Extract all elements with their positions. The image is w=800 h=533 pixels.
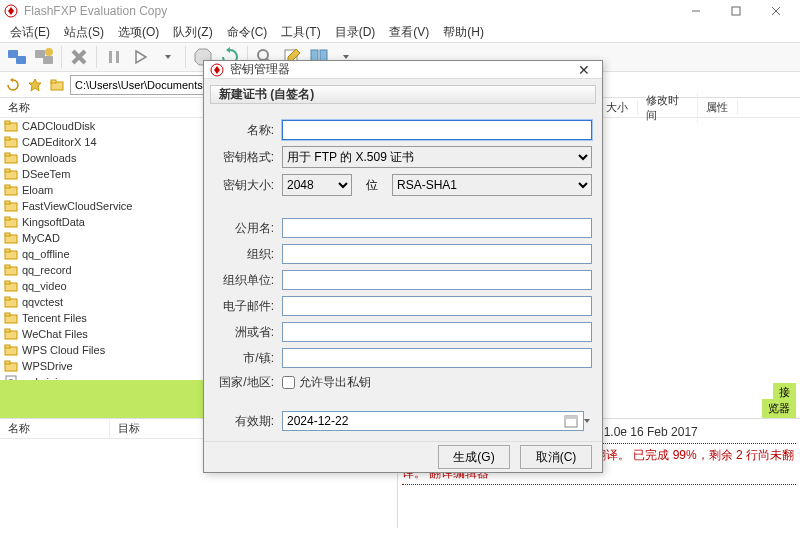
file-name: FastViewCloudService bbox=[22, 200, 132, 212]
menu-tools[interactable]: 工具(T) bbox=[275, 22, 326, 43]
file-name: WPS Cloud Files bbox=[22, 344, 105, 356]
svg-rect-24 bbox=[5, 137, 10, 140]
queue-col-name[interactable]: 名称 bbox=[0, 419, 110, 438]
label-state: 洲或省: bbox=[214, 324, 274, 341]
svg-rect-42 bbox=[5, 281, 10, 284]
svg-rect-38 bbox=[5, 249, 10, 252]
label-name: 名称: bbox=[214, 122, 274, 139]
favorite-icon[interactable] bbox=[26, 76, 44, 94]
allow-export-checkbox[interactable] bbox=[282, 376, 295, 389]
svg-rect-2 bbox=[732, 7, 740, 15]
menu-directory[interactable]: 目录(D) bbox=[329, 22, 382, 43]
file-name: CADCloudDisk bbox=[22, 120, 95, 132]
file-name: MyCAD bbox=[22, 232, 60, 244]
folder-icon bbox=[4, 135, 18, 149]
file-name: WeChat Files bbox=[22, 328, 88, 340]
disconnect-icon[interactable] bbox=[66, 44, 92, 70]
label-email: 电子邮件: bbox=[214, 298, 274, 315]
cancel-button[interactable]: 取消(C) bbox=[520, 445, 592, 469]
folder-icon bbox=[4, 119, 18, 133]
folder-icon bbox=[4, 343, 18, 357]
pause-icon[interactable] bbox=[101, 44, 127, 70]
file-name: KingsoftData bbox=[22, 216, 85, 228]
close-button[interactable] bbox=[756, 0, 796, 22]
file-name: qq_record bbox=[22, 264, 72, 276]
org-field[interactable] bbox=[282, 244, 592, 264]
dialog-icon bbox=[210, 63, 224, 77]
folder-icon bbox=[4, 247, 18, 261]
file-name: qq_video bbox=[22, 280, 67, 292]
file-name: Tencent Files bbox=[22, 312, 87, 324]
label-expiry: 有效期: bbox=[214, 413, 274, 430]
svg-point-14 bbox=[258, 50, 268, 60]
play-icon[interactable] bbox=[128, 44, 154, 70]
label-bit: 位 bbox=[352, 177, 392, 194]
file-name: qqvctest bbox=[22, 296, 63, 308]
dialog-close-icon[interactable]: ✕ bbox=[572, 62, 596, 78]
state-field[interactable] bbox=[282, 322, 592, 342]
file-name: DSeeTem bbox=[22, 168, 70, 180]
folder-icon bbox=[4, 183, 18, 197]
email-field[interactable] bbox=[282, 296, 592, 316]
label-country: 国家/地区: bbox=[214, 374, 274, 391]
keysize-select[interactable]: 2048 bbox=[282, 174, 352, 196]
svg-rect-28 bbox=[5, 169, 10, 172]
file-name: qq_offline bbox=[22, 248, 70, 260]
file-name: WPSDrive bbox=[22, 360, 73, 372]
folder-nav-icon[interactable] bbox=[48, 76, 66, 94]
folder-icon bbox=[4, 327, 18, 341]
orgunit-field[interactable] bbox=[282, 270, 592, 290]
svg-point-9 bbox=[45, 48, 53, 56]
expiry-field[interactable] bbox=[282, 411, 584, 431]
svg-rect-34 bbox=[5, 217, 10, 220]
menubar: 会话(E) 站点(S) 选项(O) 队列(Z) 命令(C) 工具(T) 目录(D… bbox=[0, 22, 800, 42]
refresh-small-icon[interactable] bbox=[4, 76, 22, 94]
folder-icon bbox=[4, 263, 18, 277]
connect-local-icon[interactable] bbox=[4, 44, 30, 70]
maximize-button[interactable] bbox=[716, 0, 756, 22]
calendar-icon[interactable] bbox=[564, 414, 578, 428]
play-dropdown-icon[interactable] bbox=[155, 44, 181, 70]
label-allowexport: 允许导出私钥 bbox=[299, 374, 371, 391]
svg-rect-58 bbox=[565, 416, 577, 419]
dialog-titlebar[interactable]: 密钥管理器 ✕ bbox=[204, 61, 602, 79]
folder-icon bbox=[4, 151, 18, 165]
svg-rect-52 bbox=[5, 361, 10, 364]
svg-rect-48 bbox=[5, 329, 10, 332]
folder-icon bbox=[4, 215, 18, 229]
label-keysize: 密钥大小: bbox=[214, 177, 274, 194]
svg-rect-30 bbox=[5, 185, 10, 188]
col-size[interactable]: 大小 bbox=[598, 100, 638, 115]
label-orgunit: 组织单位: bbox=[214, 272, 274, 289]
file-name: Downloads bbox=[22, 152, 76, 164]
keyfmt-select[interactable]: 用于 FTP 的 X.509 证书 bbox=[282, 146, 592, 168]
label-city: 市/镇: bbox=[214, 350, 274, 367]
col-attr[interactable]: 属性 bbox=[698, 100, 738, 115]
expiry-dropdown-icon[interactable] bbox=[582, 414, 592, 428]
menu-options[interactable]: 选项(O) bbox=[112, 22, 165, 43]
city-field[interactable] bbox=[282, 348, 592, 368]
remote-status-2: 览器 bbox=[762, 399, 796, 418]
menu-sites[interactable]: 站点(S) bbox=[58, 22, 110, 43]
common-name-field[interactable] bbox=[282, 218, 592, 238]
svg-rect-6 bbox=[16, 56, 26, 64]
svg-rect-26 bbox=[5, 153, 10, 156]
menu-commands[interactable]: 命令(C) bbox=[221, 22, 274, 43]
generate-button[interactable]: 生成(G) bbox=[438, 445, 510, 469]
menu-queue[interactable]: 队列(Z) bbox=[167, 22, 218, 43]
label-common: 公用名: bbox=[214, 220, 274, 237]
svg-rect-50 bbox=[5, 345, 10, 348]
menu-session[interactable]: 会话(E) bbox=[4, 22, 56, 43]
menu-help[interactable]: 帮助(H) bbox=[437, 22, 490, 43]
folder-icon bbox=[4, 295, 18, 309]
app-icon bbox=[4, 4, 18, 18]
name-field[interactable] bbox=[282, 120, 592, 140]
folder-icon bbox=[4, 279, 18, 293]
algo-select[interactable]: RSA-SHA1 bbox=[392, 174, 592, 196]
svg-rect-20 bbox=[51, 80, 56, 83]
minimize-button[interactable] bbox=[676, 0, 716, 22]
menu-view[interactable]: 查看(V) bbox=[383, 22, 435, 43]
titlebar: FlashFXP Evaluation Copy bbox=[0, 0, 800, 22]
connect-remote-icon[interactable] bbox=[31, 44, 57, 70]
key-manager-dialog: 密钥管理器 ✕ 新建证书 (自签名) 名称: 密钥格式: 用于 FTP 的 X.… bbox=[203, 60, 603, 473]
